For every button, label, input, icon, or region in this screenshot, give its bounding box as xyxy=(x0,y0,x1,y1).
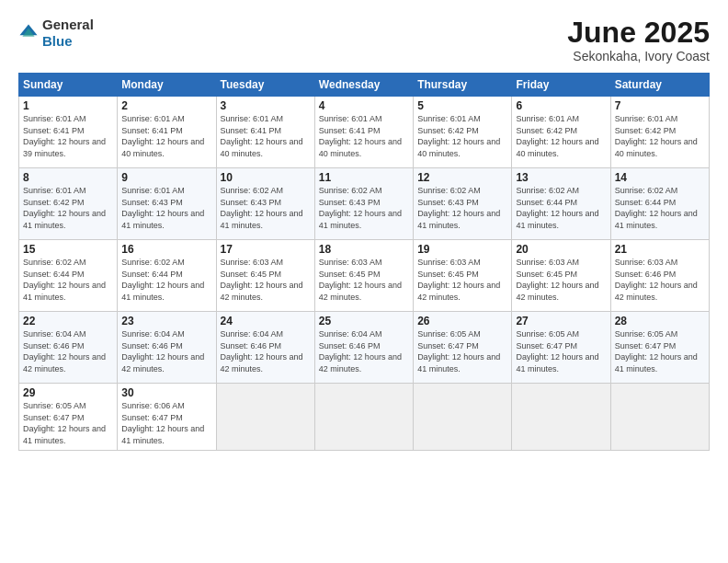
table-row: 17 Sunrise: 6:03 AM Sunset: 6:45 PM Dayl… xyxy=(216,240,314,312)
table-row: 11 Sunrise: 6:02 AM Sunset: 6:43 PM Dayl… xyxy=(314,168,413,240)
table-row: 6 Sunrise: 6:01 AM Sunset: 6:42 PM Dayli… xyxy=(512,97,610,168)
day-number: 1 xyxy=(23,99,113,112)
day-number: 16 xyxy=(121,243,211,256)
calendar-header-row: Sunday Monday Tuesday Wednesday Thursday… xyxy=(19,74,710,97)
day-number: 14 xyxy=(615,171,705,184)
table-row: 5 Sunrise: 6:01 AM Sunset: 6:42 PM Dayli… xyxy=(414,97,512,168)
day-number: 18 xyxy=(319,243,409,256)
table-row: 13 Sunrise: 6:02 AM Sunset: 6:44 PM Dayl… xyxy=(512,168,610,240)
day-number: 2 xyxy=(121,99,211,112)
table-row: 14 Sunrise: 6:02 AM Sunset: 6:44 PM Dayl… xyxy=(610,168,709,240)
table-row: 16 Sunrise: 6:02 AM Sunset: 6:44 PM Dayl… xyxy=(118,240,216,312)
day-number: 23 xyxy=(121,315,211,327)
day-info: Sunrise: 6:01 AM Sunset: 6:42 PM Dayligh… xyxy=(516,113,606,159)
table-row: 8 Sunrise: 6:01 AM Sunset: 6:42 PM Dayli… xyxy=(19,168,118,240)
table-row: 19 Sunrise: 6:03 AM Sunset: 6:45 PM Dayl… xyxy=(414,240,512,312)
table-row: 3 Sunrise: 6:01 AM Sunset: 6:41 PM Dayli… xyxy=(216,97,314,168)
table-row xyxy=(512,384,610,450)
day-number: 6 xyxy=(516,99,606,112)
day-info: Sunrise: 6:01 AM Sunset: 6:41 PM Dayligh… xyxy=(319,113,409,159)
title-block: June 2025 Sekonkaha, Ivory Coast xyxy=(567,17,710,63)
logo-icon xyxy=(18,23,39,43)
day-info: Sunrise: 6:03 AM Sunset: 6:45 PM Dayligh… xyxy=(319,257,409,303)
table-row: 29 Sunrise: 6:05 AM Sunset: 6:47 PM Dayl… xyxy=(19,384,118,450)
day-number: 15 xyxy=(23,243,113,256)
table-row: 4 Sunrise: 6:01 AM Sunset: 6:41 PM Dayli… xyxy=(314,97,413,168)
day-number: 3 xyxy=(221,99,311,112)
header-saturday: Saturday xyxy=(610,74,709,97)
table-row: 15 Sunrise: 6:02 AM Sunset: 6:44 PM Dayl… xyxy=(19,240,118,312)
day-number: 4 xyxy=(319,99,409,112)
day-number: 11 xyxy=(319,171,409,184)
table-row xyxy=(610,384,709,450)
month-title: June 2025 xyxy=(567,17,710,49)
day-info: Sunrise: 6:03 AM Sunset: 6:46 PM Dayligh… xyxy=(615,257,705,303)
table-row: 28 Sunrise: 6:05 AM Sunset: 6:47 PM Dayl… xyxy=(610,312,709,384)
header-tuesday: Tuesday xyxy=(216,74,314,97)
table-row: 2 Sunrise: 6:01 AM Sunset: 6:41 PM Dayli… xyxy=(118,97,216,168)
day-info: Sunrise: 6:03 AM Sunset: 6:45 PM Dayligh… xyxy=(417,257,507,303)
logo-blue: Blue xyxy=(42,33,73,49)
day-number: 10 xyxy=(221,171,311,184)
day-number: 12 xyxy=(417,171,507,184)
day-info: Sunrise: 6:02 AM Sunset: 6:43 PM Dayligh… xyxy=(417,185,507,231)
header-thursday: Thursday xyxy=(414,74,512,97)
table-row: 9 Sunrise: 6:01 AM Sunset: 6:43 PM Dayli… xyxy=(118,168,216,240)
day-number: 9 xyxy=(121,171,211,184)
table-row: 18 Sunrise: 6:03 AM Sunset: 6:45 PM Dayl… xyxy=(314,240,413,312)
day-info: Sunrise: 6:02 AM Sunset: 6:43 PM Dayligh… xyxy=(221,185,311,231)
day-info: Sunrise: 6:04 AM Sunset: 6:46 PM Dayligh… xyxy=(221,328,311,374)
page: General Blue June 2025 Sekonkaha, Ivory … xyxy=(0,0,728,563)
day-number: 26 xyxy=(417,315,507,327)
table-row: 22 Sunrise: 6:04 AM Sunset: 6:46 PM Dayl… xyxy=(19,312,118,384)
table-row: 24 Sunrise: 6:04 AM Sunset: 6:46 PM Dayl… xyxy=(216,312,314,384)
logo-general: General xyxy=(42,17,94,32)
day-info: Sunrise: 6:03 AM Sunset: 6:45 PM Dayligh… xyxy=(516,257,606,303)
day-number: 21 xyxy=(615,243,705,256)
day-info: Sunrise: 6:01 AM Sunset: 6:42 PM Dayligh… xyxy=(417,113,507,159)
day-number: 29 xyxy=(23,386,113,399)
day-number: 24 xyxy=(221,315,311,327)
day-info: Sunrise: 6:05 AM Sunset: 6:47 PM Dayligh… xyxy=(615,328,705,374)
day-info: Sunrise: 6:01 AM Sunset: 6:42 PM Dayligh… xyxy=(23,185,113,231)
table-row: 12 Sunrise: 6:02 AM Sunset: 6:43 PM Dayl… xyxy=(414,168,512,240)
day-info: Sunrise: 6:01 AM Sunset: 6:41 PM Dayligh… xyxy=(23,113,113,159)
day-info: Sunrise: 6:02 AM Sunset: 6:44 PM Dayligh… xyxy=(615,185,705,231)
header-sunday: Sunday xyxy=(19,74,118,97)
day-info: Sunrise: 6:01 AM Sunset: 6:41 PM Dayligh… xyxy=(221,113,311,159)
day-info: Sunrise: 6:03 AM Sunset: 6:45 PM Dayligh… xyxy=(221,257,311,303)
table-row: 30 Sunrise: 6:06 AM Sunset: 6:47 PM Dayl… xyxy=(118,384,216,450)
day-number: 22 xyxy=(23,315,113,327)
day-info: Sunrise: 6:02 AM Sunset: 6:43 PM Dayligh… xyxy=(319,185,409,231)
table-row xyxy=(216,384,314,450)
day-info: Sunrise: 6:05 AM Sunset: 6:47 PM Dayligh… xyxy=(23,400,113,446)
day-info: Sunrise: 6:04 AM Sunset: 6:46 PM Dayligh… xyxy=(121,328,211,374)
day-number: 13 xyxy=(516,171,606,184)
day-info: Sunrise: 6:05 AM Sunset: 6:47 PM Dayligh… xyxy=(516,328,606,374)
day-number: 27 xyxy=(516,315,606,327)
table-row: 10 Sunrise: 6:02 AM Sunset: 6:43 PM Dayl… xyxy=(216,168,314,240)
table-row: 27 Sunrise: 6:05 AM Sunset: 6:47 PM Dayl… xyxy=(512,312,610,384)
day-number: 20 xyxy=(516,243,606,256)
location: Sekonkaha, Ivory Coast xyxy=(567,49,710,63)
day-info: Sunrise: 6:06 AM Sunset: 6:47 PM Dayligh… xyxy=(121,400,211,446)
day-info: Sunrise: 6:05 AM Sunset: 6:47 PM Dayligh… xyxy=(417,328,507,374)
calendar-table: Sunday Monday Tuesday Wednesday Thursday… xyxy=(18,73,710,450)
day-number: 5 xyxy=(417,99,507,112)
day-info: Sunrise: 6:01 AM Sunset: 6:42 PM Dayligh… xyxy=(615,113,705,159)
table-row: 1 Sunrise: 6:01 AM Sunset: 6:41 PM Dayli… xyxy=(19,97,118,168)
table-row: 7 Sunrise: 6:01 AM Sunset: 6:42 PM Dayli… xyxy=(610,97,709,168)
table-row: 25 Sunrise: 6:04 AM Sunset: 6:46 PM Dayl… xyxy=(314,312,413,384)
header-wednesday: Wednesday xyxy=(314,74,413,97)
table-row: 26 Sunrise: 6:05 AM Sunset: 6:47 PM Dayl… xyxy=(414,312,512,384)
day-info: Sunrise: 6:02 AM Sunset: 6:44 PM Dayligh… xyxy=(516,185,606,231)
logo: General Blue xyxy=(18,17,94,50)
day-number: 25 xyxy=(319,315,409,327)
table-row: 20 Sunrise: 6:03 AM Sunset: 6:45 PM Dayl… xyxy=(512,240,610,312)
table-row: 23 Sunrise: 6:04 AM Sunset: 6:46 PM Dayl… xyxy=(118,312,216,384)
day-info: Sunrise: 6:01 AM Sunset: 6:43 PM Dayligh… xyxy=(121,185,211,231)
header-friday: Friday xyxy=(512,74,610,97)
day-info: Sunrise: 6:02 AM Sunset: 6:44 PM Dayligh… xyxy=(23,257,113,303)
day-info: Sunrise: 6:01 AM Sunset: 6:41 PM Dayligh… xyxy=(121,113,211,159)
header: General Blue June 2025 Sekonkaha, Ivory … xyxy=(18,17,710,63)
